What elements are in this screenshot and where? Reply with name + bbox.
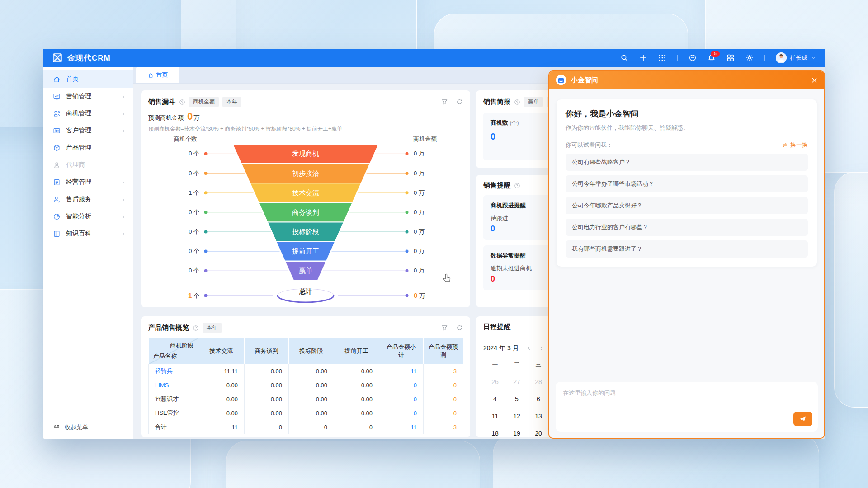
help-icon[interactable] — [514, 99, 520, 105]
svg-text:0 万: 0 万 — [414, 291, 425, 299]
apps-icon[interactable] — [726, 54, 735, 62]
filter-tag[interactable]: 商机金额 — [189, 97, 219, 107]
sidebar-item-analysis[interactable]: 智能分析 — [43, 208, 133, 225]
message-icon[interactable] — [689, 54, 697, 62]
suggested-question[interactable]: 公司有哪些战略客户？ — [566, 154, 808, 171]
table-cell: 0.00 — [289, 406, 334, 420]
sidebar-item-business[interactable]: 经营管理 — [43, 174, 133, 191]
table-row: HSE管控0.000.000.000.0000 — [149, 406, 463, 420]
ai-assistant-panel: 小金智问 你好，我是小金智问 作为你的智能伙伴，我能陪你聊天、答疑解惑。 你可以… — [548, 70, 825, 439]
filter-icon[interactable] — [441, 99, 448, 105]
user-menu[interactable]: 崔长成 — [776, 52, 816, 63]
table-cell: 11 — [379, 364, 424, 378]
calendar-day[interactable]: 20 — [528, 425, 549, 439]
calendar-day[interactable]: 4 — [484, 390, 506, 408]
sidebar-item-label: 营销管理 — [66, 92, 91, 100]
chat-input[interactable] — [562, 388, 813, 417]
sidebar-item-marketing[interactable]: 营销管理 — [43, 88, 133, 105]
swap-icon — [782, 142, 788, 148]
product-name: 合计 — [149, 420, 198, 434]
forecast-unit: 万 — [193, 114, 199, 122]
plus-icon[interactable] — [639, 54, 647, 62]
calendar-day[interactable]: 28 — [528, 373, 549, 390]
calendar-day[interactable]: 19 — [506, 425, 528, 439]
calendar-day[interactable]: 12 — [506, 408, 528, 425]
home-icon — [148, 72, 154, 78]
table-cell: 0.00 — [334, 406, 379, 420]
marketing-icon — [53, 93, 61, 100]
svg-text:0 个: 0 个 — [189, 267, 199, 274]
svg-text:0 万: 0 万 — [414, 248, 425, 254]
tab-home-label: 首页 — [156, 71, 168, 79]
refresh-icon[interactable] — [456, 99, 463, 105]
table-cell: 11 — [379, 420, 424, 434]
calendar-next-icon[interactable] — [539, 346, 544, 351]
chevron-right-icon — [121, 197, 126, 202]
refresh-questions-button[interactable]: 换一换 — [782, 141, 808, 149]
svg-text:1 个: 1 个 — [188, 291, 199, 299]
robot-icon — [556, 75, 566, 85]
table-cell: 11 — [198, 420, 245, 434]
forecast-line: 预测商机金额 0 万 — [148, 112, 463, 122]
filter-tag[interactable]: 本年 — [203, 323, 222, 333]
suggested-question[interactable]: 我有哪些商机需要跟进了？ — [566, 240, 808, 258]
calendar-day[interactable]: 27 — [506, 373, 528, 390]
calendar-day[interactable]: 13 — [528, 408, 549, 425]
filter-tag[interactable]: 赢单 — [524, 97, 543, 107]
product-icon — [53, 144, 61, 152]
table-row: 智慧识才0.000.000.000.0000 — [149, 392, 463, 406]
calendar-day[interactable]: 5 — [506, 390, 528, 408]
greeting-subtitle: 作为你的智能伙伴，我能陪你聊天、答疑解惑。 — [566, 124, 808, 132]
help-icon[interactable] — [514, 183, 520, 189]
refresh-icon[interactable] — [456, 324, 463, 331]
product-name[interactable]: 轻骑兵 — [149, 364, 198, 378]
svg-text:0 万: 0 万 — [414, 209, 425, 216]
svg-text:投标阶段: 投标阶段 — [292, 228, 319, 235]
collapse-icon — [53, 424, 60, 431]
chevron-right-icon — [121, 111, 126, 116]
ai-panel-header: 小金智问 — [549, 71, 824, 89]
greeting-title: 你好，我是小金智问 — [566, 108, 808, 119]
search-icon[interactable] — [620, 54, 628, 62]
gear-icon[interactable] — [745, 54, 754, 62]
sidebar-item-product[interactable]: 产品管理 — [43, 139, 133, 156]
sidebar-item-knowledge[interactable]: 知识百科 — [43, 225, 133, 242]
card-title: 销售简报 — [483, 98, 510, 106]
calendar-day[interactable]: 26 — [484, 373, 506, 390]
column-header: 产品金额小计 — [379, 338, 424, 364]
product-sales-table: 商机阶段产品名称技术交流商务谈判投标阶段提前开工产品金额小计产品金额预测轻骑兵1… — [148, 338, 463, 434]
filter-icon[interactable] — [441, 324, 448, 331]
column-header: 技术交流 — [198, 338, 245, 364]
help-icon[interactable] — [179, 99, 185, 105]
table-cell: 0 — [424, 392, 463, 406]
calendar-day[interactable]: 11 — [484, 408, 506, 425]
sidebar-item-label: 客户管理 — [66, 127, 91, 135]
table-cell: 0.00 — [334, 392, 379, 406]
suggested-question[interactable]: 公司今年哪款产品卖得好？ — [566, 197, 808, 214]
sidebar-item-opportunity[interactable]: 商机管理 — [43, 105, 133, 122]
help-icon[interactable] — [193, 325, 199, 331]
table-cell: 0.00 — [289, 392, 334, 406]
suggested-question[interactable]: 公司电力行业的客户有哪些？ — [566, 219, 808, 236]
tab-home[interactable]: 首页 — [136, 67, 179, 83]
close-icon[interactable] — [811, 77, 818, 84]
sidebar-item-customer[interactable]: 客户管理 — [43, 122, 133, 139]
calendar-day[interactable]: 6 — [528, 390, 549, 408]
collapse-menu-button[interactable]: 收起菜单 — [53, 423, 88, 432]
filter-tag[interactable]: 本年 — [222, 97, 241, 107]
calendar-prev-icon[interactable] — [526, 346, 532, 351]
svg-text:技术交流: 技术交流 — [292, 189, 319, 197]
svg-text:0 个: 0 个 — [189, 150, 199, 157]
calendar-day[interactable]: 18 — [484, 425, 506, 439]
table-cell: 11.11 — [198, 364, 245, 378]
sidebar-item-home[interactable]: 首页 — [43, 70, 133, 88]
suggested-question[interactable]: 公司今年举办了哪些市场活动？ — [566, 175, 808, 192]
send-button[interactable] — [793, 412, 812, 426]
table-cell: 0.00 — [289, 364, 334, 378]
table-cell: 0.00 — [198, 406, 245, 420]
sidebar-item-aftersales[interactable]: 售后服务 — [43, 191, 133, 208]
product-name[interactable]: LIMS — [149, 378, 198, 392]
sidebar-menu: 首页营销管理商机管理客户管理产品管理代理商经营管理售后服务智能分析知识百科 — [43, 67, 133, 242]
grid-icon[interactable] — [658, 54, 666, 62]
bell-icon[interactable]: 5 — [708, 54, 716, 62]
